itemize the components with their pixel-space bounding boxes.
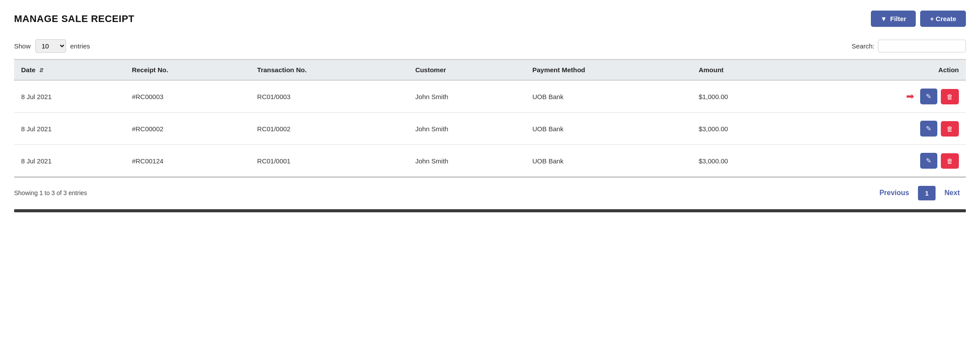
table-row: 8 Jul 2021 #RC00002 RC01/0002 John Smith…	[14, 113, 966, 145]
filter-label: Filter	[890, 15, 907, 22]
cell-date: 8 Jul 2021	[14, 80, 125, 113]
cell-payment-method: UOB Bank	[525, 145, 692, 178]
controls-row: Show 10 25 50 100 entries Search:	[14, 39, 966, 53]
table-header-row: Date ⇵ Receipt No. Transaction No. Custo…	[14, 59, 966, 80]
filter-button[interactable]: ▼ Filter	[871, 11, 916, 27]
search-input[interactable]	[878, 40, 966, 52]
col-payment-method: Payment Method	[525, 59, 692, 80]
cell-action: ✎ 🗑	[800, 113, 966, 145]
cell-date: 8 Jul 2021	[14, 113, 125, 145]
previous-button[interactable]: Previous	[873, 185, 915, 200]
search-label: Search:	[852, 42, 874, 50]
sort-icon: ⇵	[39, 67, 44, 74]
col-payment-method-label: Payment Method	[532, 66, 585, 74]
cell-amount: $1,000.00	[692, 80, 800, 113]
edit-icon: ✎	[926, 157, 932, 164]
next-button[interactable]: Next	[938, 185, 966, 200]
edit-button[interactable]: ✎	[920, 121, 937, 137]
cell-action: ✎ 🗑	[800, 145, 966, 178]
col-amount: Amount	[692, 59, 800, 80]
create-label: + Create	[930, 15, 956, 22]
cell-customer: John Smith	[408, 80, 525, 113]
create-button[interactable]: + Create	[920, 11, 966, 27]
cell-amount: $3,000.00	[692, 113, 800, 145]
col-customer-label: Customer	[415, 66, 446, 74]
col-action: Action	[800, 59, 966, 80]
col-date-label: Date	[21, 66, 36, 74]
search-box: Search:	[852, 40, 966, 52]
show-entries-group: Show 10 25 50 100 entries	[14, 39, 90, 53]
cell-payment-method: UOB Bank	[525, 80, 692, 113]
col-action-label: Action	[938, 66, 959, 74]
footer-row: Showing 1 to 3 of 3 entries Previous 1 N…	[14, 185, 966, 205]
delete-button[interactable]: 🗑	[941, 121, 959, 137]
col-date: Date ⇵	[14, 59, 125, 80]
cell-date: 8 Jul 2021	[14, 145, 125, 178]
cell-transaction-no: RC01/0001	[250, 145, 408, 178]
page-title: MANAGE SALE RECEIPT	[14, 13, 135, 25]
col-transaction-no: Transaction No.	[250, 59, 408, 80]
cell-transaction-no: RC01/0002	[250, 113, 408, 145]
receipts-table: Date ⇵ Receipt No. Transaction No. Custo…	[14, 59, 966, 178]
header-row: MANAGE SALE RECEIPT ▼ Filter + Create	[14, 11, 966, 27]
pagination: Previous 1 Next	[873, 185, 966, 200]
delete-button[interactable]: 🗑	[941, 153, 959, 169]
edit-icon: ✎	[926, 92, 932, 100]
trash-icon: 🗑	[947, 125, 953, 133]
cell-customer: John Smith	[408, 145, 525, 178]
edit-button[interactable]: ✎	[920, 89, 937, 104]
cell-payment-method: UOB Bank	[525, 113, 692, 145]
arrow-indicator: ➡	[906, 91, 914, 102]
col-transaction-no-label: Transaction No.	[257, 66, 307, 74]
col-receipt-no: Receipt No.	[125, 59, 250, 80]
delete-button[interactable]: 🗑	[941, 89, 959, 104]
col-amount-label: Amount	[699, 66, 724, 74]
col-receipt-no-label: Receipt No.	[132, 66, 169, 74]
col-customer: Customer	[408, 59, 525, 80]
cell-amount: $3,000.00	[692, 145, 800, 178]
page-number-button[interactable]: 1	[918, 186, 936, 200]
cell-receipt-no: #RC00124	[125, 145, 250, 178]
header-buttons: ▼ Filter + Create	[871, 11, 966, 27]
cell-transaction-no: RC01/0003	[250, 80, 408, 113]
cell-action: ➡ ✎ 🗑	[800, 80, 966, 113]
cell-receipt-no: #RC00002	[125, 113, 250, 145]
edit-icon: ✎	[926, 125, 932, 132]
trash-icon: 🗑	[947, 157, 953, 165]
edit-button[interactable]: ✎	[920, 153, 937, 169]
show-label: Show	[14, 42, 31, 50]
entries-select[interactable]: 10 25 50 100	[35, 39, 66, 53]
table-row: 8 Jul 2021 #RC00003 RC01/0003 John Smith…	[14, 80, 966, 113]
table-row: 8 Jul 2021 #RC00124 RC01/0001 John Smith…	[14, 145, 966, 178]
entries-label: entries	[70, 42, 90, 50]
cell-customer: John Smith	[408, 113, 525, 145]
trash-icon: 🗑	[947, 93, 953, 100]
filter-icon: ▼	[881, 15, 887, 22]
bottom-bar	[14, 209, 966, 212]
cell-receipt-no: #RC00003	[125, 80, 250, 113]
showing-text: Showing 1 to 3 of 3 entries	[14, 189, 87, 196]
